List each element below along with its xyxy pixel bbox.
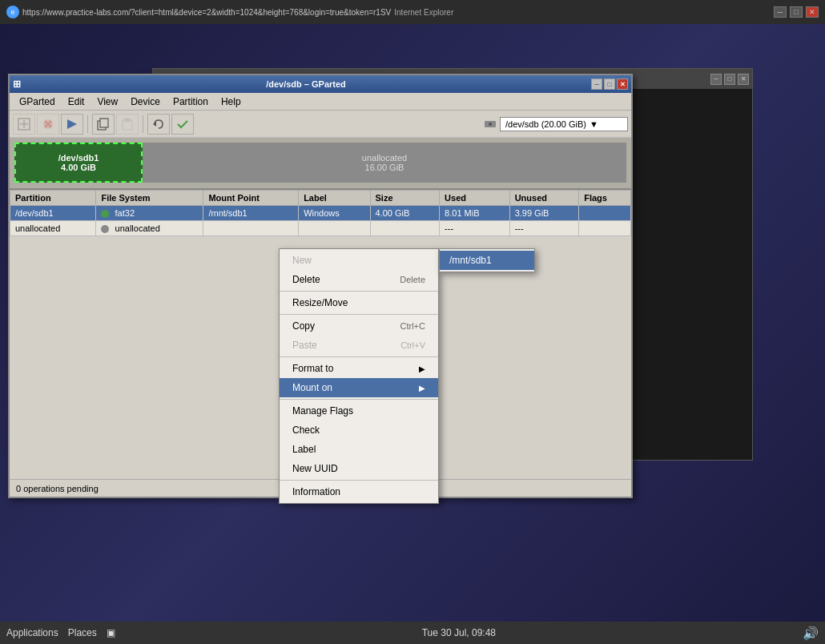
unallocated-visual[interactable]: unallocated 16.00 GiB [143,143,626,183]
ctx-format-arrow: ▶ [419,364,425,373]
paste-button[interactable] [116,114,139,135]
ctx-mount-label: Mount on [292,382,332,393]
delete-button[interactable] [37,114,59,135]
fs-color-dot [101,225,109,233]
volume-icon[interactable]: 🔊 [803,626,819,641]
ctx-check[interactable]: Check [280,421,438,440]
ctx-paste[interactable]: Paste Ctrl+V [280,336,438,355]
ctx-check-label: Check [292,425,320,436]
ctx-information[interactable]: Information [280,482,438,501]
row-size [370,221,440,236]
ctx-delete-shortcut: Delete [400,275,425,284]
new-partition-button[interactable] [13,114,35,135]
status-text: 0 operations pending [16,484,99,493]
restore-button[interactable]: □ [790,6,803,18]
row-filesystem: unallocated [96,221,203,236]
gparted-minimize-button[interactable]: ─ [591,78,602,90]
ctx-label[interactable]: Label [280,440,438,459]
copy-button[interactable] [92,114,115,135]
taskbar-clock: Tue 30 Jul, 09:48 [422,627,496,638]
device-selector[interactable]: /dev/sdb (20.00 GiB) ▼ [484,117,628,131]
ctx-new-uuid-label: New UUID [292,463,338,474]
apply-button[interactable] [61,114,83,135]
col-label: Label [299,191,370,206]
toolbar-separator-1 [87,115,88,133]
submenu-mnt-sdb1[interactable]: /mnt/sdb1 [440,251,534,270]
table-row[interactable]: unallocated unallocated --- --- [10,221,631,236]
ctx-copy-label: Copy [292,320,315,332]
check-button[interactable] [171,114,194,135]
gparted-close-button[interactable]: ✕ [617,78,628,90]
svg-rect-8 [100,119,108,127]
close-button[interactable]: ✕ [806,6,819,18]
ctx-format-label: Format to [292,363,333,374]
gparted-title: /dev/sdb – GParted [21,79,591,89]
browser-titlebar: e https://www.practice-labs.com/?client=… [0,0,825,24]
url-bar[interactable]: https://www.practice-labs.com/?client=ht… [22,8,391,17]
bg-minimize[interactable]: ─ [710,74,722,85]
bg-restore[interactable]: □ [724,74,735,85]
menu-edit[interactable]: Edit [62,95,91,109]
ctx-resize-label: Resize/Move [292,297,348,308]
ctx-new[interactable]: New [280,251,438,270]
browser-controls: ─ □ ✕ [774,6,819,18]
ctx-mount-on[interactable]: Mount on ▶ [280,378,438,397]
col-size: Size [370,191,440,206]
ctx-new-uuid[interactable]: New UUID [280,459,438,478]
ctx-manage-flags[interactable]: Manage Flags [280,401,438,421]
fs-label: unallocated [115,223,160,233]
dropdown-arrow: ▼ [590,119,598,129]
menu-device[interactable]: Device [124,95,167,109]
row-unused: --- [509,221,579,236]
gparted-window-controls: ─ □ ✕ [591,78,628,90]
ctx-separator-2 [280,314,438,315]
col-used: Used [440,191,510,206]
undo-button[interactable] [147,114,170,135]
menu-gparted[interactable]: GParted [13,95,62,109]
menu-view[interactable]: View [91,95,124,109]
col-partition: Partition [10,191,96,206]
partition-table: Partition File System Mount Point Label … [10,190,631,236]
minimize-button[interactable]: ─ [774,6,787,18]
terminal-icon[interactable]: ▣ [107,627,115,638]
row-flags [579,221,631,236]
row-mountpoint: /mnt/sdb1 [203,206,299,221]
row-unused: 3.99 GiB [509,206,579,221]
submenu-path: /mnt/sdb1 [449,255,492,266]
partition-visual-sdb1[interactable]: /dev/sdb1 4.00 GiB [14,143,143,183]
ctx-manage-flags-label: Manage Flags [292,405,353,417]
ctx-resize[interactable]: Resize/Move [280,293,438,312]
svg-rect-10 [125,119,130,122]
ctx-separator-1 [280,291,438,292]
row-mountpoint [203,221,299,236]
gparted-title-icon: ⊞ [13,78,21,90]
ctx-separator-4 [280,399,438,400]
ctx-new-label: New [292,255,312,266]
gparted-maximize-button[interactable]: □ [604,78,615,90]
row-used: 8.01 MiB [440,206,510,221]
row-partition: /dev/sdb1 [10,206,96,221]
ctx-copy[interactable]: Copy Ctrl+C [280,316,438,336]
gparted-titlebar: ⊞ /dev/sdb – GParted ─ □ ✕ [10,75,631,93]
fs-color-dot [101,210,109,218]
browser-title-text: Internet Explorer [394,8,453,17]
bg-close[interactable]: ✕ [738,74,749,85]
device-dropdown[interactable]: /dev/sdb (20.00 GiB) ▼ [500,117,628,131]
partition-visual-size: 4.00 GiB [61,163,96,172]
context-menu: New Delete Delete Resize/Move Copy Ctrl+… [279,248,439,504]
row-filesystem: fat32 [96,206,203,221]
menu-help[interactable]: Help [215,95,248,109]
menu-partition[interactable]: Partition [167,95,215,109]
partition-visual-name: /dev/sdb1 [58,153,99,163]
table-row[interactable]: /dev/sdb1 fat32 /mnt/sdb1 Windows 4.00 G… [10,206,631,221]
places-menu[interactable]: Places [68,627,97,638]
fs-label: fat32 [115,208,135,218]
unallocated-label: unallocated [362,153,407,163]
row-flags [579,206,631,221]
col-filesystem: File System [96,191,203,206]
ctx-format-to[interactable]: Format to ▶ [280,359,438,378]
ctx-delete[interactable]: Delete Delete [280,270,438,289]
svg-point-13 [489,123,492,126]
applications-menu[interactable]: Applications [6,627,58,638]
taskbar-bottom: Applications Places ▣ Tue 30 Jul, 09:48 … [0,622,825,644]
